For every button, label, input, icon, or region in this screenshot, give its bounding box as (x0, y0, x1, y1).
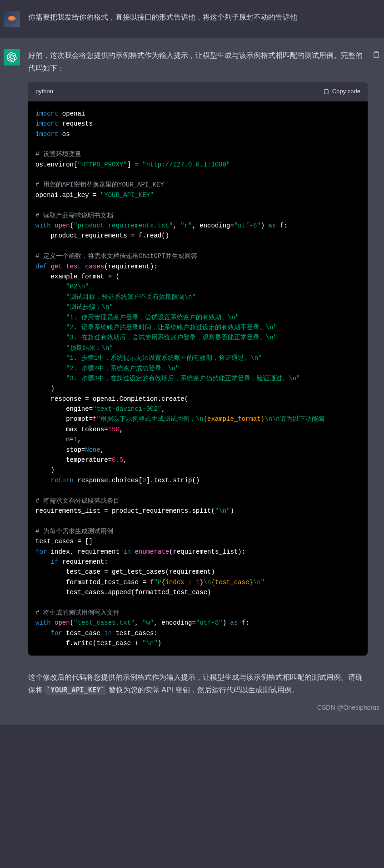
watermark: CSDN @Onesiphorus (0, 701, 384, 714)
assistant-avatar (4, 49, 20, 66)
user-avatar (4, 11, 20, 27)
assistant-message-block: 好的，这次我会将您提供的示例格式作为输入提示，让模型生成与该示例格式相匹配的测试… (0, 38, 384, 725)
code-language-label: python (35, 86, 53, 97)
copy-code-button[interactable]: Copy code (323, 86, 360, 97)
outro-post: 替换为您的实际 API 密钥，然后运行代码以生成测试用例。 (106, 686, 299, 694)
code-block: python Copy code import openaiimport req… (28, 82, 368, 656)
svg-point-1 (9, 16, 15, 20)
clipboard-small-icon (323, 88, 329, 95)
assistant-message-content: 好的，这次我会将您提供的示例格式作为输入提示，让模型生成与该示例格式相匹配的测试… (28, 49, 384, 701)
user-message-text: 你需要把我发给你的格式，直接以接口的形式告诉他，将这个列子原封不动的告诉他 (28, 11, 384, 24)
svg-rect-6 (324, 90, 328, 94)
openai-logo-icon (7, 52, 17, 62)
svg-rect-4 (374, 52, 379, 58)
code-header: python Copy code (28, 82, 368, 101)
inline-code-apikey: `YOUR_API_KEY` (45, 686, 106, 695)
svg-point-2 (7, 21, 16, 24)
assistant-intro-text: 好的，这次我会将您提供的示例格式作为输入提示，让模型生成与该示例格式相匹配的测试… (28, 49, 368, 75)
code-body[interactable]: import openaiimport requestsimport os # … (28, 101, 368, 656)
assistant-outro-text: 这个修改后的代码将您提供的示例格式作为输入提示，让模型生成与该示例格式相匹配的测… (28, 663, 368, 701)
copy-code-label: Copy code (332, 86, 360, 97)
clipboard-icon[interactable] (372, 50, 380, 58)
user-avatar-icon (5, 13, 18, 25)
user-message-block: 你需要把我发给你的格式，直接以接口的形式告诉他，将这个列子原封不动的告诉他 (0, 0, 384, 38)
